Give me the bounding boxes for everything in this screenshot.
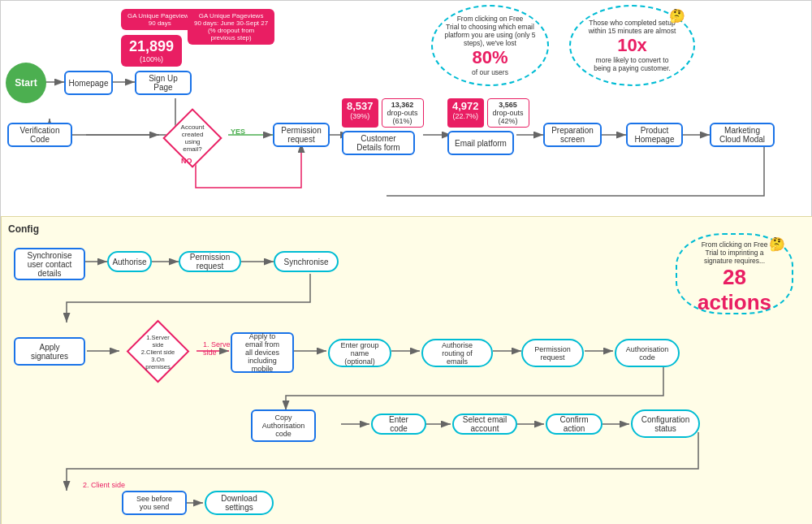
- permission-req-node: Permission request: [273, 123, 330, 147]
- server-side-label: 1. Serverside: [203, 340, 233, 357]
- verification-node: Verification Code: [7, 123, 72, 147]
- annotation-bubble-2: Those who completed setupwithin 15 minut…: [569, 5, 695, 86]
- synchronise-node: Synchronise: [274, 251, 339, 272]
- authorise-routing-node: Authorise routing of emails: [421, 339, 493, 367]
- annotation-bubble-1: From clicking on FreeTrial to choosing w…: [431, 5, 549, 86]
- signup-node: Sign Up Page: [135, 71, 192, 95]
- main-stat: 21,899 (100%): [121, 35, 182, 67]
- select-email-node: Select email account: [452, 414, 517, 435]
- sync-contacts-node: Synchronise user contact details: [14, 248, 85, 280]
- customer-details-node: Customer Details form: [342, 131, 415, 155]
- copy-auth-node: Copy Authorisation code: [251, 409, 316, 442]
- marketing-cloud-node: Marketing Cloud Modal: [710, 123, 775, 147]
- see-before-node: See before you send: [122, 491, 187, 515]
- config-label: Config: [8, 223, 39, 235]
- config-section: Config: [1, 216, 812, 524]
- no-label: NO: [181, 157, 192, 165]
- config-status-node: Configuration status: [631, 409, 700, 438]
- apply-email-node: Apply to email from all devices includin…: [231, 332, 294, 373]
- download-settings-node: Download settings: [205, 491, 274, 515]
- pageviews-label2: GA Unique Pageviews 90 days: June 30-Sep…: [188, 9, 274, 45]
- client-side-label: 2. Client side: [83, 481, 125, 489]
- homepage-node: Homepage: [64, 71, 113, 95]
- start-node: Start: [6, 63, 46, 103]
- account-diamond-container: Accountcreatedusingemail?: [159, 117, 226, 159]
- yes-label: YES: [231, 128, 245, 136]
- preparation-node: Preparation screen: [543, 123, 602, 147]
- confirm-action-node: Confirm action: [546, 414, 603, 435]
- enter-code-node: Enter code: [371, 414, 426, 435]
- enter-group-node: Enter group name (optional): [328, 339, 391, 367]
- main-container: Start Homepage Sign Up Page GA Unique Pa…: [0, 0, 812, 524]
- apply-signatures-node: Apply signatures: [14, 337, 85, 366]
- permission-req2-node: Permission request: [179, 251, 241, 272]
- actions-annotation: 🤔 From clicking on FreeTrial to imprinti…: [676, 233, 793, 314]
- authorise-node: Authorise: [107, 251, 152, 272]
- auth-code-node: Authorisation code: [615, 339, 680, 367]
- product-homepage-node: Product Homepage: [626, 123, 683, 147]
- permission-req3-node: Permission request: [521, 339, 584, 367]
- email-platform-node: Email platform: [447, 131, 514, 155]
- server-diamond-container: 1.Serverside2.Client side3.Onpremises: [119, 329, 197, 374]
- account-diamond: Accountcreatedusingemail?: [162, 108, 222, 168]
- server-diamond: 1.Serverside2.Client side3.Onpremises: [127, 320, 190, 383]
